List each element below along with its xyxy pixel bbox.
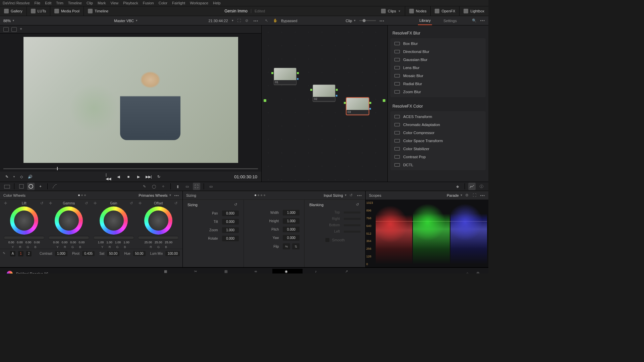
- fx-item[interactable]: Color Stabilizer: [390, 145, 486, 153]
- wheel-value[interactable]: 25.00: [165, 241, 173, 244]
- page-media[interactable]: ▦ Media: [152, 269, 182, 274]
- wheel-value[interactable]: 1.00: [115, 241, 121, 244]
- fx-item[interactable]: Radial Blur: [390, 80, 486, 88]
- search-icon[interactable]: 🔍: [472, 18, 477, 23]
- wheels-menu-icon[interactable]: •••: [174, 193, 179, 197]
- viewer-source-dropdown[interactable]: Master VBC▼: [114, 19, 138, 23]
- wheel-value[interactable]: 0.00: [79, 241, 85, 244]
- luts-button[interactable]: LUTs: [27, 6, 50, 16]
- pan-value[interactable]: 0.000: [222, 210, 239, 216]
- picker-icon[interactable]: ✛: [94, 201, 98, 205]
- menu-file[interactable]: File: [35, 1, 41, 5]
- auto-icon[interactable]: ✎: [3, 251, 7, 256]
- viewer-zoom-dropdown[interactable]: 88%▼: [3, 19, 15, 23]
- node-graph[interactable]: 010203: [262, 25, 387, 182]
- menu-mark[interactable]: Mark: [98, 1, 106, 5]
- scopes-opts-icon[interactable]: ⚙: [465, 193, 470, 198]
- fx-item[interactable]: ACES Transform: [390, 113, 486, 121]
- picker-icon[interactable]: ✛: [49, 201, 53, 205]
- hand-icon[interactable]: ✋: [273, 18, 278, 23]
- offset-wheel[interactable]: [144, 206, 172, 235]
- lift-jog[interactable]: [4, 236, 44, 239]
- node-zoom-slider[interactable]: [359, 20, 376, 21]
- wheel-value[interactable]: 0.00: [34, 241, 40, 244]
- sizing-col-reset-icon[interactable]: ↺: [234, 202, 239, 207]
- lum-value[interactable]: 100.00: [165, 251, 180, 256]
- fx-item[interactable]: Color Compressor: [390, 129, 486, 137]
- key-icon[interactable]: ▭: [183, 183, 191, 190]
- qualifier-icon[interactable]: ✎: [141, 183, 148, 190]
- graph-output[interactable]: [383, 99, 385, 102]
- wheel-value[interactable]: 25.00: [155, 241, 162, 244]
- menu-davinciresolve[interactable]: DaVinci Resolve: [3, 1, 30, 5]
- nodes-button[interactable]: Nodes: [405, 6, 431, 16]
- fx-item[interactable]: DCTL: [390, 161, 486, 169]
- tilt-value[interactable]: 0.000: [222, 219, 239, 225]
- menu-trim[interactable]: Trim: [56, 1, 63, 5]
- wheel-value[interactable]: 0.00: [62, 241, 68, 244]
- wheels-icon[interactable]: [27, 183, 35, 190]
- picker-icon[interactable]: ✛: [139, 201, 143, 205]
- menu-timeline[interactable]: Timeline: [68, 1, 82, 5]
- split-icon[interactable]: ◇: [19, 174, 24, 179]
- menu-view[interactable]: View: [110, 1, 118, 5]
- play-button[interactable]: ▶: [136, 174, 141, 179]
- bypass-label[interactable]: Bypassed: [281, 19, 297, 23]
- fx-item[interactable]: Zoom Blur: [390, 88, 486, 96]
- wheel-value[interactable]: 1.00: [123, 241, 129, 244]
- node-01[interactable]: 01: [274, 68, 297, 85]
- lightbox-button[interactable]: Lightbox: [460, 6, 488, 16]
- last-frame-button[interactable]: ▶▶|: [146, 174, 151, 179]
- reset-icon[interactable]: ↺: [85, 201, 89, 205]
- color-match-icon[interactable]: [18, 183, 25, 190]
- flip-v-button[interactable]: ⇅: [292, 243, 300, 249]
- pointer-icon[interactable]: ↖: [265, 18, 270, 23]
- first-frame-button[interactable]: |◀◀: [106, 174, 111, 179]
- wheel-value[interactable]: 0.00: [8, 241, 14, 244]
- gamma-wheel[interactable]: [55, 206, 83, 235]
- 3d-icon[interactable]: ▭: [207, 183, 215, 190]
- page-edit[interactable]: ▤ Edit: [212, 269, 242, 274]
- menu-workspace[interactable]: Workspace: [190, 1, 208, 5]
- prev-frame-button[interactable]: ◀: [116, 174, 121, 179]
- scrubber[interactable]: [0, 166, 261, 172]
- menu-clip[interactable]: Clip: [87, 1, 93, 5]
- gain-jog[interactable]: [94, 236, 134, 239]
- settings-icon[interactable]: ⚙: [476, 271, 482, 274]
- adj-page-1[interactable]: 1: [18, 251, 23, 256]
- scopes-toggle-icon[interactable]: [468, 183, 476, 190]
- viewer[interactable]: [0, 34, 261, 166]
- clips-button[interactable]: Clips▼: [377, 6, 405, 16]
- keyframe-icon[interactable]: ◆: [454, 183, 461, 190]
- fx-item[interactable]: Chromatic Adaptation: [390, 121, 486, 129]
- stop-button[interactable]: ■: [126, 174, 131, 179]
- height-value[interactable]: 1.000: [283, 218, 300, 224]
- expand-icon[interactable]: ⛶: [237, 18, 242, 23]
- contrast-value[interactable]: 1.000: [55, 251, 67, 256]
- info-icon[interactable]: ⓘ: [478, 183, 485, 190]
- tracker-icon[interactable]: ✧: [160, 183, 167, 190]
- fx-item[interactable]: Contrast Pop: [390, 153, 486, 161]
- page-fusion[interactable]: ∞ Fusion: [242, 269, 272, 274]
- curves-icon[interactable]: [51, 183, 58, 190]
- menu-fusion[interactable]: Fusion: [143, 1, 154, 5]
- reset-icon[interactable]: ↺: [130, 201, 134, 205]
- fx-item[interactable]: Directional Blur: [390, 48, 486, 56]
- home-icon[interactable]: ⌂: [466, 271, 472, 274]
- node-03[interactable]: 03: [346, 98, 369, 115]
- pitch-value[interactable]: 0.000: [283, 227, 300, 232]
- wheel-value[interactable]: 1.00: [106, 241, 112, 244]
- loop-button[interactable]: ↻: [156, 174, 161, 179]
- menu-help[interactable]: Help: [213, 1, 221, 5]
- smooth-checkbox[interactable]: [325, 238, 329, 242]
- viewer-menu-icon[interactable]: •••: [253, 19, 258, 23]
- hdr-icon[interactable]: ✦: [37, 183, 44, 190]
- camera-raw-icon[interactable]: [3, 183, 11, 190]
- timecode[interactable]: 01:00:30:10: [234, 174, 257, 179]
- graph-input[interactable]: [264, 99, 266, 102]
- gain-wheel[interactable]: [100, 206, 128, 235]
- fx-item[interactable]: Color Space Transform: [390, 137, 486, 145]
- wheel-value[interactable]: 0.00: [25, 241, 32, 244]
- fx-item[interactable]: Lens Blur: [390, 64, 486, 72]
- dual-view-icon[interactable]: [11, 27, 17, 32]
